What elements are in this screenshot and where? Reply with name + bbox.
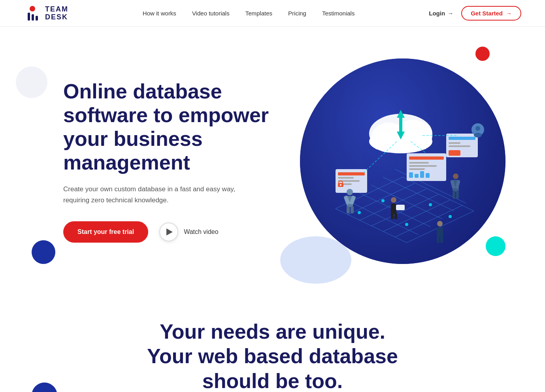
svg-line-12 bbox=[347, 201, 419, 235]
svg-point-51 bbox=[347, 189, 353, 195]
decorative-circle-bottom-left-2 bbox=[32, 383, 57, 392]
second-title-line3: should be too. bbox=[202, 369, 343, 392]
svg-rect-43 bbox=[415, 174, 419, 178]
svg-rect-70 bbox=[437, 237, 439, 243]
login-button[interactable]: Login → bbox=[429, 10, 453, 17]
illustration-wrapper bbox=[300, 58, 505, 264]
svg-rect-39 bbox=[409, 162, 429, 164]
svg-rect-33 bbox=[338, 172, 365, 175]
svg-rect-27 bbox=[375, 141, 426, 149]
svg-rect-50 bbox=[449, 150, 460, 156]
logo[interactable]: TEAM DESK bbox=[24, 5, 68, 22]
svg-point-68 bbox=[437, 221, 443, 226]
play-button[interactable] bbox=[159, 222, 178, 241]
svg-rect-71 bbox=[440, 237, 443, 243]
svg-point-79 bbox=[474, 133, 482, 138]
decorative-circle-top-left bbox=[16, 66, 47, 98]
svg-point-0 bbox=[30, 6, 35, 11]
svg-point-19 bbox=[381, 199, 385, 202]
get-started-button[interactable]: Get Started → bbox=[461, 6, 521, 21]
hero-content: Online database software to empower your… bbox=[63, 80, 285, 243]
svg-rect-49 bbox=[449, 145, 470, 147]
nav-how-it-works[interactable]: How it works bbox=[143, 10, 176, 17]
hero-illustration bbox=[292, 51, 513, 272]
nav-testimonials[interactable]: Testimonials bbox=[322, 10, 355, 17]
svg-point-76 bbox=[340, 184, 341, 186]
nav-pricing[interactable]: Pricing bbox=[288, 10, 306, 17]
second-section-title: Your needs are unique. Your web based da… bbox=[134, 319, 411, 392]
logo-text: TEAM DESK bbox=[45, 6, 68, 21]
svg-rect-31 bbox=[399, 120, 402, 132]
svg-point-21 bbox=[429, 203, 432, 206]
svg-rect-3 bbox=[36, 16, 38, 21]
hero-svg-illustration bbox=[312, 74, 494, 248]
hero-actions: Start your free trial Watch video bbox=[63, 221, 285, 243]
svg-rect-34 bbox=[338, 177, 354, 179]
nav-links: How it works Video tutorials Templates P… bbox=[143, 10, 355, 17]
logo-team-label: TEAM bbox=[45, 6, 68, 13]
svg-rect-58 bbox=[391, 204, 396, 214]
svg-point-57 bbox=[391, 197, 396, 203]
svg-point-62 bbox=[453, 173, 458, 179]
hero-section: Online database software to empower your… bbox=[0, 27, 545, 288]
nav-actions: Login → Get Started → bbox=[429, 6, 521, 21]
navbar: TEAM DESK How it works Video tutorials T… bbox=[0, 0, 545, 27]
svg-rect-45 bbox=[426, 173, 430, 178]
logo-desk-label: DESK bbox=[45, 13, 68, 21]
svg-rect-38 bbox=[409, 156, 444, 160]
watch-video-link[interactable]: Watch video bbox=[159, 222, 218, 241]
svg-rect-55 bbox=[347, 206, 350, 213]
svg-rect-47 bbox=[449, 137, 475, 140]
svg-rect-67 bbox=[456, 191, 459, 199]
svg-rect-2 bbox=[32, 14, 34, 21]
svg-point-18 bbox=[358, 211, 361, 214]
svg-rect-40 bbox=[409, 165, 437, 167]
second-section: Your needs are unique. Your web based da… bbox=[0, 288, 545, 392]
watch-video-label: Watch video bbox=[184, 228, 218, 236]
hero-circle-bg bbox=[300, 58, 505, 264]
svg-rect-61 bbox=[394, 213, 397, 219]
second-title-line2: Your web based database bbox=[147, 345, 398, 368]
decorative-circle-bottom-left bbox=[32, 240, 55, 264]
svg-rect-1 bbox=[28, 13, 30, 21]
play-icon bbox=[166, 228, 173, 236]
second-title-line1: Your needs are unique. bbox=[160, 320, 385, 343]
svg-line-14 bbox=[371, 185, 442, 219]
start-trial-button[interactable]: Start your free trial bbox=[63, 221, 148, 243]
svg-rect-59 bbox=[396, 205, 405, 210]
svg-rect-69 bbox=[437, 227, 443, 237]
get-started-arrow-icon: → bbox=[506, 10, 512, 17]
svg-marker-28 bbox=[397, 110, 405, 118]
svg-rect-60 bbox=[391, 213, 394, 219]
svg-rect-48 bbox=[449, 142, 460, 144]
svg-point-20 bbox=[405, 223, 408, 226]
nav-video-tutorials[interactable]: Video tutorials bbox=[192, 10, 230, 17]
svg-rect-66 bbox=[453, 191, 455, 199]
nav-templates[interactable]: Templates bbox=[245, 10, 272, 17]
svg-point-78 bbox=[475, 126, 480, 131]
hero-subtitle: Create your own custom database in a fas… bbox=[63, 184, 245, 205]
svg-rect-44 bbox=[420, 171, 424, 178]
logo-icon bbox=[24, 5, 41, 22]
svg-rect-56 bbox=[351, 206, 354, 213]
svg-rect-41 bbox=[409, 168, 425, 170]
hero-title: Online database software to empower your… bbox=[63, 80, 285, 174]
svg-point-22 bbox=[449, 215, 452, 218]
arrow-icon: → bbox=[447, 10, 453, 17]
svg-rect-42 bbox=[409, 172, 413, 178]
